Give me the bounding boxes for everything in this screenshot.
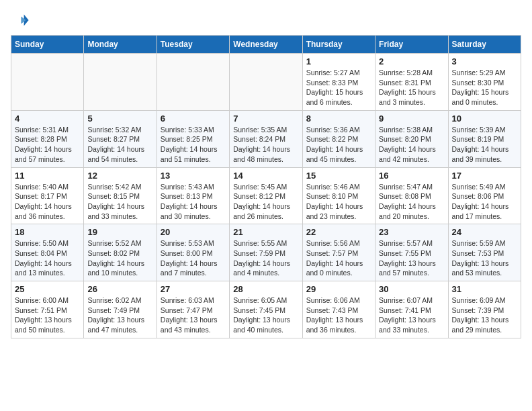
page-header xyxy=(11,11,521,30)
week-row-3: 11Sunrise: 5:40 AM Sunset: 8:17 PM Dayli… xyxy=(11,167,521,224)
day-cell: 9Sunrise: 5:38 AM Sunset: 8:20 PM Daylig… xyxy=(375,110,448,167)
day-info: Sunrise: 5:38 AM Sunset: 8:20 PM Dayligh… xyxy=(379,125,444,165)
day-cell: 29Sunrise: 6:06 AM Sunset: 7:43 PM Dayli… xyxy=(302,281,375,338)
day-info: Sunrise: 5:43 AM Sunset: 8:13 PM Dayligh… xyxy=(161,182,226,222)
day-number: 30 xyxy=(379,284,444,294)
day-cell: 15Sunrise: 5:46 AM Sunset: 8:10 PM Dayli… xyxy=(302,167,375,224)
header-tuesday: Tuesday xyxy=(157,36,229,54)
day-info: Sunrise: 5:27 AM Sunset: 8:33 PM Dayligh… xyxy=(306,68,371,107)
day-number: 15 xyxy=(306,171,371,181)
day-info: Sunrise: 5:52 AM Sunset: 8:02 PM Dayligh… xyxy=(87,238,152,278)
header-saturday: Saturday xyxy=(448,36,521,54)
day-info: Sunrise: 6:07 AM Sunset: 7:41 PM Dayligh… xyxy=(379,295,444,335)
day-cell: 24Sunrise: 5:59 AM Sunset: 7:53 PM Dayli… xyxy=(448,224,521,281)
day-info: Sunrise: 5:36 AM Sunset: 8:22 PM Dayligh… xyxy=(306,125,371,165)
day-cell: 11Sunrise: 5:40 AM Sunset: 8:17 PM Dayli… xyxy=(11,167,84,224)
day-number: 28 xyxy=(233,284,298,294)
day-cell: 21Sunrise: 5:55 AM Sunset: 7:59 PM Dayli… xyxy=(230,224,302,281)
day-info: Sunrise: 5:57 AM Sunset: 7:55 PM Dayligh… xyxy=(379,238,444,278)
day-number: 16 xyxy=(379,171,444,181)
day-cell: 14Sunrise: 5:45 AM Sunset: 8:12 PM Dayli… xyxy=(230,167,302,224)
day-info: Sunrise: 6:05 AM Sunset: 7:45 PM Dayligh… xyxy=(233,295,298,335)
day-number: 13 xyxy=(161,171,226,181)
day-cell: 27Sunrise: 6:03 AM Sunset: 7:47 PM Dayli… xyxy=(157,281,229,338)
logo xyxy=(11,11,32,30)
day-cell: 3Sunrise: 5:29 AM Sunset: 8:30 PM Daylig… xyxy=(448,54,521,111)
day-info: Sunrise: 5:49 AM Sunset: 8:06 PM Dayligh… xyxy=(452,182,517,222)
calendar-header-row: SundayMondayTuesdayWednesdayThursdayFrid… xyxy=(11,36,521,54)
week-row-4: 18Sunrise: 5:50 AM Sunset: 8:04 PM Dayli… xyxy=(11,224,521,281)
week-row-2: 4Sunrise: 5:31 AM Sunset: 8:28 PM Daylig… xyxy=(11,110,521,167)
day-cell: 18Sunrise: 5:50 AM Sunset: 8:04 PM Dayli… xyxy=(11,224,84,281)
day-number: 22 xyxy=(306,227,371,237)
header-friday: Friday xyxy=(375,36,448,54)
day-info: Sunrise: 5:28 AM Sunset: 8:31 PM Dayligh… xyxy=(379,68,444,107)
day-cell: 10Sunrise: 5:39 AM Sunset: 8:19 PM Dayli… xyxy=(448,110,521,167)
day-cell: 22Sunrise: 5:56 AM Sunset: 7:57 PM Dayli… xyxy=(302,224,375,281)
day-number: 10 xyxy=(452,113,517,124)
day-cell: 4Sunrise: 5:31 AM Sunset: 8:28 PM Daylig… xyxy=(11,110,84,167)
day-info: Sunrise: 5:47 AM Sunset: 8:08 PM Dayligh… xyxy=(379,182,444,222)
day-cell: 2Sunrise: 5:28 AM Sunset: 8:31 PM Daylig… xyxy=(375,54,448,111)
day-cell: 8Sunrise: 5:36 AM Sunset: 8:22 PM Daylig… xyxy=(302,110,375,167)
day-number: 3 xyxy=(452,56,517,66)
header-wednesday: Wednesday xyxy=(230,36,302,54)
day-cell xyxy=(84,54,157,111)
day-info: Sunrise: 5:32 AM Sunset: 8:27 PM Dayligh… xyxy=(87,125,152,165)
header-thursday: Thursday xyxy=(302,36,375,54)
day-info: Sunrise: 5:42 AM Sunset: 8:15 PM Dayligh… xyxy=(87,182,152,222)
day-info: Sunrise: 5:35 AM Sunset: 8:24 PM Dayligh… xyxy=(233,125,298,165)
day-number: 1 xyxy=(306,56,371,66)
day-cell: 28Sunrise: 6:05 AM Sunset: 7:45 PM Dayli… xyxy=(230,281,302,338)
day-info: Sunrise: 5:56 AM Sunset: 7:57 PM Dayligh… xyxy=(306,238,371,278)
day-info: Sunrise: 6:02 AM Sunset: 7:49 PM Dayligh… xyxy=(87,295,152,335)
day-number: 6 xyxy=(161,113,226,124)
day-cell: 6Sunrise: 5:33 AM Sunset: 8:25 PM Daylig… xyxy=(157,110,229,167)
day-number: 23 xyxy=(379,227,444,237)
day-info: Sunrise: 6:09 AM Sunset: 7:39 PM Dayligh… xyxy=(452,295,517,335)
day-cell xyxy=(157,54,229,111)
day-number: 12 xyxy=(87,171,152,181)
day-cell: 7Sunrise: 5:35 AM Sunset: 8:24 PM Daylig… xyxy=(230,110,302,167)
day-number: 2 xyxy=(379,56,444,66)
day-cell: 1Sunrise: 5:27 AM Sunset: 8:33 PM Daylig… xyxy=(302,54,375,111)
day-cell: 23Sunrise: 5:57 AM Sunset: 7:55 PM Dayli… xyxy=(375,224,448,281)
day-cell: 12Sunrise: 5:42 AM Sunset: 8:15 PM Dayli… xyxy=(84,167,157,224)
day-info: Sunrise: 5:53 AM Sunset: 8:00 PM Dayligh… xyxy=(161,238,226,278)
day-number: 5 xyxy=(87,113,152,124)
day-number: 25 xyxy=(15,284,80,294)
calendar-table: SundayMondayTuesdayWednesdayThursdayFrid… xyxy=(11,35,521,338)
day-info: Sunrise: 5:45 AM Sunset: 8:12 PM Dayligh… xyxy=(233,182,298,222)
day-info: Sunrise: 5:55 AM Sunset: 7:59 PM Dayligh… xyxy=(233,238,298,278)
day-cell: 19Sunrise: 5:52 AM Sunset: 8:02 PM Dayli… xyxy=(84,224,157,281)
day-number: 4 xyxy=(15,113,80,124)
day-cell xyxy=(11,54,84,111)
day-number: 8 xyxy=(306,113,371,124)
day-cell xyxy=(230,54,302,111)
day-number: 19 xyxy=(87,227,152,237)
day-info: Sunrise: 6:06 AM Sunset: 7:43 PM Dayligh… xyxy=(306,295,371,335)
day-cell: 30Sunrise: 6:07 AM Sunset: 7:41 PM Dayli… xyxy=(375,281,448,338)
day-number: 11 xyxy=(15,171,80,181)
week-row-5: 25Sunrise: 6:00 AM Sunset: 7:51 PM Dayli… xyxy=(11,281,521,338)
week-row-1: 1Sunrise: 5:27 AM Sunset: 8:33 PM Daylig… xyxy=(11,54,521,111)
day-cell: 13Sunrise: 5:43 AM Sunset: 8:13 PM Dayli… xyxy=(157,167,229,224)
day-cell: 26Sunrise: 6:02 AM Sunset: 7:49 PM Dayli… xyxy=(84,281,157,338)
day-number: 14 xyxy=(233,171,298,181)
day-info: Sunrise: 6:00 AM Sunset: 7:51 PM Dayligh… xyxy=(15,295,80,335)
header-monday: Monday xyxy=(84,36,157,54)
day-number: 20 xyxy=(161,227,226,237)
day-cell: 5Sunrise: 5:32 AM Sunset: 8:27 PM Daylig… xyxy=(84,110,157,167)
day-info: Sunrise: 5:33 AM Sunset: 8:25 PM Dayligh… xyxy=(161,125,226,165)
day-number: 7 xyxy=(233,113,298,124)
day-info: Sunrise: 6:03 AM Sunset: 7:47 PM Dayligh… xyxy=(161,295,226,335)
day-number: 17 xyxy=(452,171,517,181)
day-info: Sunrise: 5:50 AM Sunset: 8:04 PM Dayligh… xyxy=(15,238,80,278)
day-info: Sunrise: 5:39 AM Sunset: 8:19 PM Dayligh… xyxy=(452,125,517,165)
day-cell: 20Sunrise: 5:53 AM Sunset: 8:00 PM Dayli… xyxy=(157,224,229,281)
day-number: 27 xyxy=(161,284,226,294)
day-cell: 25Sunrise: 6:00 AM Sunset: 7:51 PM Dayli… xyxy=(11,281,84,338)
day-number: 18 xyxy=(15,227,80,237)
day-number: 24 xyxy=(452,227,517,237)
day-info: Sunrise: 5:31 AM Sunset: 8:28 PM Dayligh… xyxy=(15,125,80,165)
